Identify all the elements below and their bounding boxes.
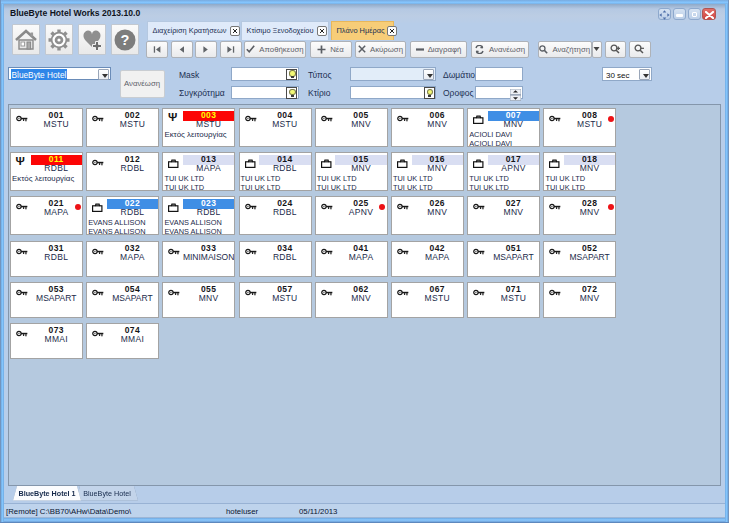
svg-text:?: ? xyxy=(120,32,129,48)
